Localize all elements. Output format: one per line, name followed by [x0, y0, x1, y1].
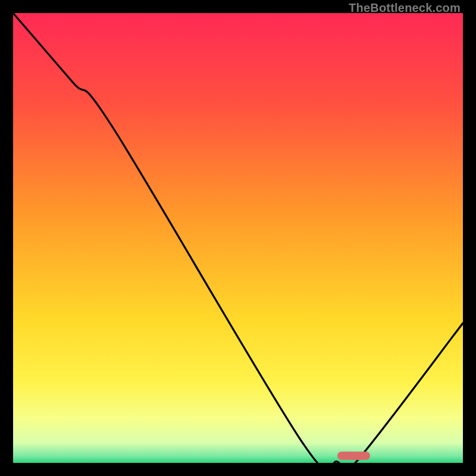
- chart-frame: [13, 13, 463, 463]
- watermark-text: TheBottleneck.com: [349, 1, 461, 15]
- optimal-marker: [337, 452, 370, 460]
- bottleneck-chart: [13, 13, 463, 463]
- chart-background: [13, 13, 463, 463]
